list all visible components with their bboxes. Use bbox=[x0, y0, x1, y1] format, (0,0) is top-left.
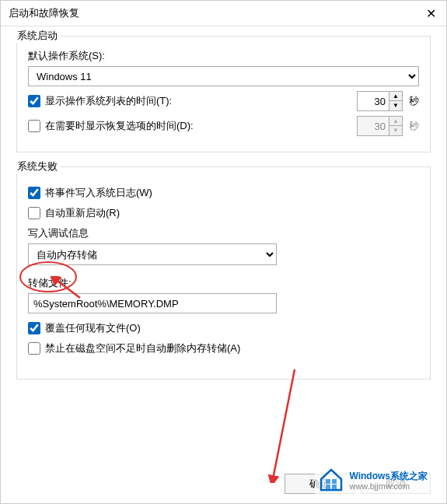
show-recovery-checkbox[interactable] bbox=[28, 120, 40, 132]
spin-up-icon-2: ▲ bbox=[389, 117, 402, 126]
spin-up-icon[interactable]: ▲ bbox=[389, 92, 402, 101]
window-title: 启动和故障恢复 bbox=[9, 6, 79, 20]
group-label-failure: 系统失败 bbox=[14, 159, 61, 173]
svg-rect-4 bbox=[326, 485, 330, 489]
default-os-label: 默认操作系统(S): bbox=[28, 49, 419, 63]
show-os-list-checkbox[interactable] bbox=[28, 95, 40, 107]
spinner-buttons-2: ▲ ▼ bbox=[389, 116, 403, 136]
close-icon: ✕ bbox=[426, 6, 436, 21]
title-bar: 启动和故障恢复 ✕ bbox=[1, 1, 446, 26]
show-recovery-row: 在需要时显示恢复选项的时间(D): ▲ ▼ 秒 bbox=[28, 116, 419, 136]
show-recovery-seconds-input bbox=[357, 116, 389, 136]
dump-type-select[interactable]: 自动内存转储 bbox=[28, 243, 277, 265]
content-area: 系统启动 默认操作系统(S): Windows 11 显示操作系统列表的时间(T… bbox=[1, 26, 446, 401]
svg-rect-3 bbox=[332, 479, 337, 484]
watermark: Windows系统之家 www.bjjmw.com bbox=[315, 465, 431, 497]
dump-file-input[interactable] bbox=[28, 293, 277, 313]
no-delete-low-disk-label: 禁止在磁盘空间不足时自动删除内存转储(A) bbox=[45, 341, 240, 355]
svg-rect-5 bbox=[332, 485, 337, 489]
write-event-log-checkbox[interactable] bbox=[28, 187, 40, 199]
seconds-unit-1: 秒 bbox=[409, 94, 419, 108]
show-os-list-row: 显示操作系统列表的时间(T): ▲ ▼ 秒 bbox=[28, 91, 419, 111]
overwrite-label: 覆盖任何现有文件(O) bbox=[45, 321, 141, 335]
system-startup-group: 系统启动 默认操作系统(S): Windows 11 显示操作系统列表的时间(T… bbox=[16, 36, 431, 152]
svg-rect-2 bbox=[326, 479, 330, 484]
overwrite-checkbox[interactable] bbox=[28, 322, 40, 334]
watermark-url: www.bjjmw.com bbox=[349, 481, 428, 491]
auto-restart-checkbox[interactable] bbox=[28, 207, 40, 219]
show-os-list-seconds-input[interactable] bbox=[357, 91, 389, 111]
write-event-log-label: 将事件写入系统日志(W) bbox=[45, 186, 152, 200]
dump-file-label: 转储文件: bbox=[28, 276, 419, 290]
show-recovery-label: 在需要时显示恢复选项的时间(D): bbox=[45, 119, 194, 133]
system-failure-group: 系统失败 将事件写入系统日志(W) 自动重新启动(R) 写入调试信息 自动内存转… bbox=[16, 166, 431, 380]
watermark-title: Windows系统之家 bbox=[349, 471, 428, 481]
auto-restart-label: 自动重新启动(R) bbox=[45, 206, 120, 220]
house-icon bbox=[318, 467, 344, 495]
spin-down-icon[interactable]: ▼ bbox=[389, 101, 402, 110]
group-label-startup: 系统启动 bbox=[14, 29, 61, 43]
seconds-unit-2: 秒 bbox=[409, 119, 419, 133]
debug-info-label: 写入调试信息 bbox=[28, 226, 419, 240]
no-delete-low-disk-checkbox[interactable] bbox=[28, 342, 40, 355]
spin-down-icon-2: ▼ bbox=[389, 126, 402, 135]
close-button[interactable]: ✕ bbox=[423, 5, 438, 21]
default-os-select[interactable]: Windows 11 bbox=[28, 66, 419, 86]
spinner-buttons: ▲ ▼ bbox=[389, 91, 403, 111]
show-os-list-label: 显示操作系统列表的时间(T): bbox=[45, 94, 172, 108]
